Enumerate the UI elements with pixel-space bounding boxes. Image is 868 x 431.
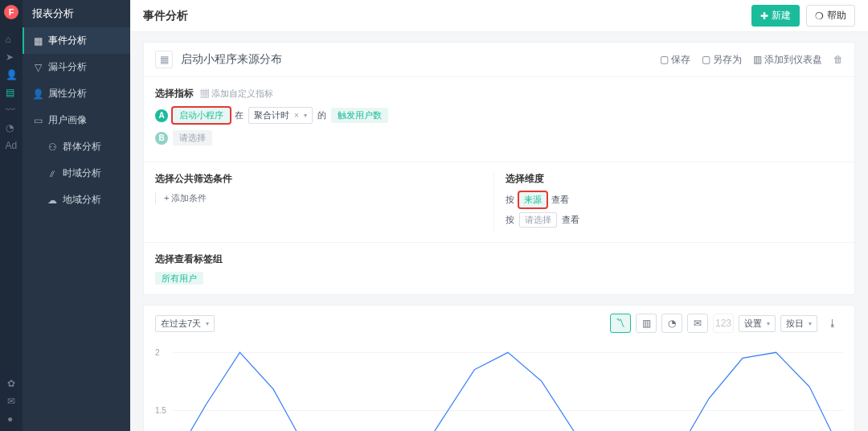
metric-b-placeholder[interactable]: 请选择 [173, 130, 212, 146]
metric-value-chip[interactable]: 触发用户数 [331, 108, 388, 123]
y-tick: 1.5 [155, 405, 166, 414]
metrics-section: 选择指标 ▦ 添加自定义指标 A 启动小程序 在 聚合计时×▾ 的 触发用户数 [144, 77, 854, 162]
sidebar-item-label: 用户画像 [48, 113, 87, 127]
chevron-down-icon: ▾ [767, 320, 770, 327]
iconbar-q-icon[interactable]: ◔ [6, 122, 18, 133]
chart-groupby-select[interactable]: 按日▾ [780, 315, 817, 332]
sidebar-item-label: 属性分析 [48, 87, 87, 101]
dashboard-icon: ▥ [753, 54, 762, 65]
download-button[interactable]: ⭳ [822, 314, 843, 333]
plus-icon: ✚ [760, 10, 768, 22]
filters-title: 选择公共筛选条件 [155, 172, 493, 186]
help-button[interactable]: ❍帮助 [806, 5, 855, 27]
sidebar-item-region[interactable]: ☁地域分析 [23, 187, 130, 213]
iconbar-user-icon[interactable]: 👤 [6, 69, 18, 80]
chart-type-number[interactable]: 123 [713, 314, 734, 333]
chart-toolbar: 在过去7天▾ 〽 ▥ ◔ ✉ 123 设置▾ 按日▾ ⭳ [155, 314, 843, 333]
sidebar-title: 报表分析 [23, 0, 130, 27]
date-range-select[interactable]: 在过去7天▾ [155, 315, 215, 332]
filter-dim-section: 选择公共筛选条件 + 添加条件 选择维度 按 来源 查看 按 请选择 [144, 162, 854, 243]
sidebar-item-label: 漏斗分析 [48, 60, 87, 74]
sidebar-item-label: 地域分析 [63, 193, 101, 207]
iconbar-gear-icon[interactable]: ✿ [7, 378, 15, 389]
help-icon: ❍ [815, 10, 824, 22]
line-chart [173, 341, 843, 431]
chevron-down-icon: ▾ [206, 320, 209, 327]
tag-chip-all[interactable]: 所有用户 [155, 272, 203, 285]
iconbar-ad-icon[interactable]: Ad [6, 140, 18, 151]
content: ▦ 启动小程序来源分布 ▢保存 ▢另存为 ▥添加到仪表盘 🗑 选择指标 ▦ 添加… [130, 32, 868, 431]
chart-type-line[interactable]: 〽 [610, 314, 631, 333]
sidebar-item-time[interactable]: ⫽时域分析 [23, 160, 130, 187]
save-link[interactable]: ▢保存 [660, 53, 690, 67]
iconbar-send-icon[interactable]: ➤ [6, 51, 18, 63]
sidebar-item-funnel[interactable]: ▽漏斗分析 [23, 54, 130, 80]
dimension-chip-empty[interactable]: 请选择 [519, 212, 557, 228]
panel-header: ▦ 启动小程序来源分布 ▢保存 ▢另存为 ▥添加到仪表盘 🗑 [144, 43, 854, 77]
dimension-row-2: 按 请选择 查看 [506, 212, 844, 228]
y-tick: 2 [155, 348, 160, 357]
tags-section: 选择查看标签组 所有用户 [144, 243, 854, 294]
iconbar: F ⌂➤👤▤〰◔Ad ✿✉● [0, 0, 23, 431]
metric-in-text: 在 [235, 109, 244, 121]
sidebar-item-label: 群体分析 [63, 140, 101, 154]
panel-icon: ▦ [155, 51, 173, 68]
chart-type-pie[interactable]: ◔ [661, 314, 682, 333]
dimensions-title: 选择维度 [506, 172, 844, 186]
iconbar-avatar-icon[interactable]: ● [7, 413, 15, 425]
filters-col: 选择公共筛选条件 + 添加条件 [155, 172, 493, 232]
delete-button[interactable]: 🗑 [833, 54, 843, 65]
new-button[interactable]: ✚新建 [751, 5, 800, 27]
chart-type-bar[interactable]: ▥ [636, 314, 657, 333]
chart-area: 21.51 [155, 341, 843, 431]
saveas-icon: ▢ [702, 54, 710, 65]
time-icon: ⫽ [47, 168, 58, 179]
save-icon: ▢ [660, 54, 669, 65]
event-icon: ▦ [32, 35, 43, 47]
series-line [173, 352, 843, 431]
metrics-title: 选择指标 ▦ 添加自定义指标 [155, 87, 843, 101]
region-icon: ☁ [47, 195, 58, 206]
group-icon: ⚇ [47, 142, 58, 153]
tags-title: 选择查看标签组 [155, 252, 843, 266]
chart-type-mail[interactable]: ✉ [687, 314, 708, 333]
main: 事件分析 ✚新建 ❍帮助 ▦ 启动小程序来源分布 ▢保存 ▢另存为 ▥添加到仪表… [130, 0, 868, 431]
chart-card: 在过去7天▾ 〽 ▥ ◔ ✉ 123 设置▾ 按日▾ ⭳ 21.51 [143, 305, 855, 431]
metric-agg-select[interactable]: 聚合计时×▾ [248, 107, 313, 124]
metric-row-a: A 启动小程序 在 聚合计时×▾ 的 触发用户数 [155, 107, 843, 124]
add-condition[interactable]: + 添加条件 [155, 192, 493, 204]
add-dashboard-link[interactable]: ▥添加到仪表盘 [753, 53, 822, 67]
page-title: 事件分析 [143, 9, 745, 23]
metric-badge-b: B [155, 132, 168, 145]
sidebar-item-event[interactable]: ▦事件分析 [23, 27, 130, 54]
metric-row-b: B 请选择 [155, 130, 843, 146]
chevron-down-icon: ▾ [304, 112, 307, 119]
sidebar-item-group[interactable]: ⚇群体分析 [23, 133, 130, 160]
clear-icon[interactable]: × [294, 111, 299, 120]
funnel-icon: ▽ [32, 62, 43, 73]
sidebar-item-attr[interactable]: 👤属性分析 [23, 80, 130, 107]
sidebar: 报表分析 ▦事件分析▽漏斗分析👤属性分析▭用户画像⚇群体分析⫽时域分析☁地域分析 [23, 0, 130, 431]
iconbar-chart-icon[interactable]: ▤ [6, 87, 18, 98]
attr-icon: 👤 [32, 88, 43, 100]
sidebar-item-label: 事件分析 [48, 34, 87, 47]
sidebar-item-profile[interactable]: ▭用户画像 [23, 107, 130, 133]
custom-metric-hint[interactable]: ▦ 添加自定义指标 [200, 88, 273, 100]
metric-event-chip[interactable]: 启动小程序 [173, 108, 230, 123]
iconbar-home-icon[interactable]: ⌂ [6, 34, 18, 45]
app-logo: F [4, 5, 18, 19]
dimension-chip-source[interactable]: 来源 [519, 192, 547, 207]
dimensions-col: 选择维度 按 来源 查看 按 请选择 查看 [493, 172, 844, 232]
chevron-down-icon: ▾ [809, 320, 812, 327]
profile-icon: ▭ [32, 115, 43, 126]
sidebar-item-label: 时域分析 [63, 166, 101, 180]
saveas-link[interactable]: ▢另存为 [702, 53, 742, 67]
metric-of-text: 的 [317, 109, 326, 121]
metric-badge-a: A [155, 109, 168, 122]
topbar: 事件分析 ✚新建 ❍帮助 [130, 0, 868, 32]
chart-settings-select[interactable]: 设置▾ [739, 315, 776, 332]
iconbar-wave-icon[interactable]: 〰 [6, 105, 18, 116]
iconbar-chat-icon[interactable]: ✉ [7, 396, 15, 407]
dimension-row-1: 按 来源 查看 [506, 192, 844, 207]
panel-title: 启动小程序来源分布 [181, 52, 649, 67]
